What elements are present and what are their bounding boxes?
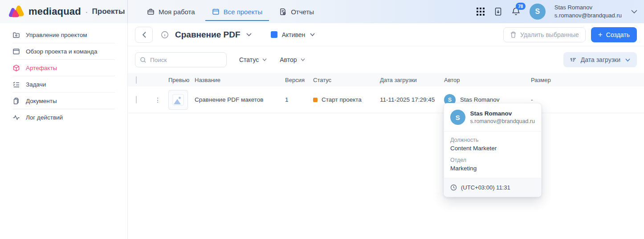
user-name: Stas Romanov (554, 4, 622, 12)
brand-separator: · (85, 7, 88, 17)
row-checkbox[interactable] (136, 96, 137, 103)
column-header-name[interactable]: Название (195, 77, 285, 83)
checklist-icon (12, 81, 20, 88)
briefcase-icon (147, 8, 155, 16)
sidebar-item-tasks[interactable]: Задачи (12, 76, 115, 93)
file-download-icon[interactable] (494, 7, 502, 16)
project-toolbar: Сравнение PDF Активен Удалить выбранные … (128, 23, 644, 46)
image-placeholder-icon (171, 93, 185, 107)
plus-icon: + (598, 31, 603, 38)
sidebar-item-label: Задачи (26, 81, 46, 88)
status-color-swatch (271, 31, 277, 38)
create-label: Создать (606, 31, 630, 38)
sidebar-item-label: Артефакты (26, 65, 57, 71)
mediaquad-logo-icon (6, 4, 25, 20)
trash-icon (510, 31, 517, 38)
brand-name: mediaquad (29, 6, 81, 17)
notification-count-badge: 78 (516, 3, 526, 10)
status-chevron-down-icon (310, 33, 315, 37)
back-button[interactable] (135, 27, 153, 43)
position-label: Должность (450, 137, 535, 143)
project-status-select[interactable]: Активен (271, 31, 316, 38)
chevron-down-icon (300, 58, 306, 62)
upload-date: 11-11-2025 17:29:45 (380, 96, 444, 103)
popover-avatar: S (450, 110, 465, 125)
column-header-date[interactable]: Дата загрузки (380, 77, 444, 83)
author-name[interactable]: Stas Romanov (460, 96, 500, 103)
top-bar: mediaquad · Проекты Моя работа Все проек… (0, 0, 644, 23)
tab-my-work[interactable]: Моя работа (140, 0, 202, 23)
top-tabs: Моя работа Все проекты Отчеты (128, 0, 321, 23)
popover-footer: (UTC+03:00) 11:31 (444, 178, 541, 197)
sidebar: Управление проектом Обзор проекта и кома… (0, 23, 128, 239)
tab-reports[interactable]: Отчеты (273, 0, 321, 23)
department-label: Отдел (450, 157, 535, 163)
artifact-version: 1 (285, 96, 313, 103)
search-input[interactable] (150, 57, 222, 63)
folder-gear-icon (12, 31, 20, 39)
main-content: Сравнение PDF Активен Удалить выбранные … (128, 23, 644, 239)
delete-selected-label: Удалить выбранные (520, 31, 579, 38)
create-button[interactable]: + Создать (591, 27, 637, 42)
activity-pulse-icon (12, 114, 20, 121)
tab-label: Моя работа (159, 8, 195, 16)
user-menu-chevron-down-icon[interactable] (631, 9, 638, 14)
column-header-preview[interactable]: Превью (168, 77, 195, 83)
toolbar-actions: Удалить выбранные + Создать (503, 27, 637, 42)
sidebar-item-project-overview[interactable]: Обзор проекта и команда (12, 43, 115, 60)
tab-label: Все проекты (224, 8, 263, 16)
preview-thumbnail[interactable] (168, 90, 188, 110)
sidebar-item-label: Управление проектом (26, 32, 87, 38)
file-size: - (531, 96, 644, 103)
search-box[interactable] (135, 52, 227, 67)
department-value: Marketing (450, 165, 535, 172)
tab-all-projects[interactable]: Все проекты (205, 0, 269, 23)
row-kebab-menu-icon[interactable]: ⋮ (154, 96, 162, 103)
status-filter-label: Статус (239, 56, 259, 63)
notifications-bell-icon[interactable]: 78 (511, 7, 521, 16)
table-row[interactable]: ⋮ Сравнение PDF макетов 1 Старт проекта … (128, 87, 644, 113)
popover-body: Должность Content Marketer Отдел Marketi… (444, 132, 541, 178)
page-title: Сравнение PDF (175, 30, 240, 40)
sidebar-item-documents[interactable]: Документы (12, 93, 115, 109)
table-header-row: Превью Название Версия Статус Дата загру… (128, 73, 644, 87)
user-info: Stas Romanov s.romanov@brandquad.ru (554, 4, 622, 20)
status-filter[interactable]: Статус (239, 56, 267, 63)
apps-grid-icon[interactable] (476, 7, 485, 16)
column-header-status[interactable]: Статус (313, 77, 380, 83)
sidebar-item-artifacts[interactable]: Артефакты (12, 60, 115, 76)
user-email: s.romanov@brandquad.ru (554, 12, 622, 20)
top-right-zone: 78 S Stas Romanov s.romanov@brandquad.ru (476, 0, 644, 23)
author-filter[interactable]: Автор (280, 56, 305, 63)
sort-by-upload-date-button[interactable]: Дата загрузки (563, 52, 637, 67)
column-header-version[interactable]: Версия (285, 77, 313, 83)
artifact-name[interactable]: Сравнение PDF макетов (195, 96, 285, 103)
author-profile-popover: S Stas Romanov s.romanov@brandquad.ru До… (444, 103, 542, 197)
title-chevron-down-icon[interactable] (246, 33, 252, 37)
filter-row: Статус Автор Дата загрузки (128, 46, 644, 71)
sidebar-item-project-management[interactable]: Управление проектом (12, 27, 115, 43)
sort-label: Дата загрузки (581, 56, 620, 63)
window-icon (12, 48, 20, 55)
sidebar-item-action-log[interactable]: Лог действий (12, 109, 115, 126)
user-avatar[interactable]: S (530, 4, 546, 20)
chevron-down-icon (262, 58, 267, 62)
author-filter-label: Автор (280, 56, 297, 63)
popover-user-email: s.romanov@brandquad.ru (470, 118, 535, 124)
timezone-time: (UTC+03:00) 11:31 (461, 184, 510, 191)
sort-lines-icon (570, 57, 576, 62)
clock-icon (450, 184, 457, 191)
sort-chevron-down-icon (625, 58, 631, 62)
column-header-size[interactable]: Размер (531, 77, 644, 83)
documents-icon (12, 97, 20, 105)
cube-icon (12, 64, 20, 72)
sidebar-item-label: Лог действий (26, 114, 63, 121)
select-all-checkbox[interactable] (136, 76, 137, 84)
row-status-label: Старт проекта (322, 96, 362, 103)
delete-selected-button[interactable]: Удалить выбранные (503, 27, 586, 42)
sidebar-item-label: Документы (26, 98, 57, 104)
info-icon[interactable] (161, 31, 169, 39)
brand-zone: mediaquad · Проекты (0, 0, 128, 23)
position-value: Content Marketer (450, 145, 535, 152)
column-header-author[interactable]: Автор (444, 77, 531, 83)
